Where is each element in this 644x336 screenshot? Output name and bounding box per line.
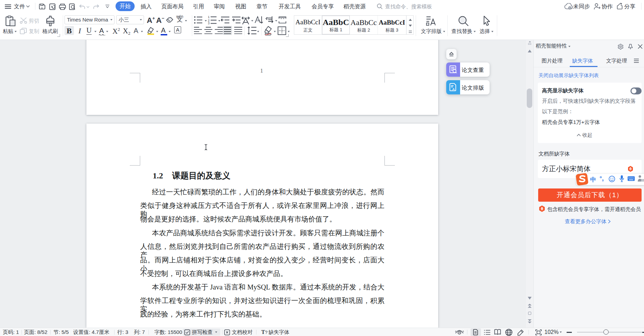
- svg-text:21: 21: [642, 179, 644, 182]
- svg-text:A: A: [452, 87, 455, 91]
- svg-text:3: 3: [208, 22, 210, 24]
